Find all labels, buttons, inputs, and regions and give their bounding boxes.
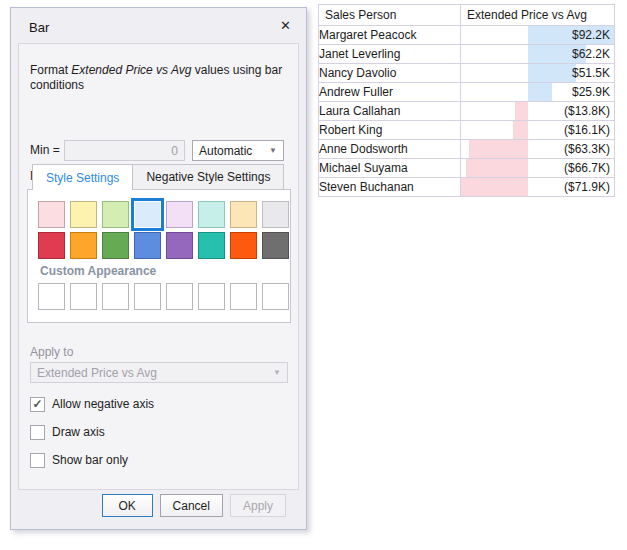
empty-checkbox[interactable] <box>30 425 45 440</box>
tab-style-settings[interactable]: Style Settings <box>32 164 133 190</box>
checkbox-label: Allow negative axis <box>52 397 154 411</box>
close-icon[interactable]: ✕ <box>280 19 291 33</box>
palette-swatch-light-blue[interactable] <box>134 201 161 228</box>
min-label: Min = <box>30 143 60 157</box>
cell-sales-person[interactable]: Steven Buchanan <box>319 178 461 197</box>
cell-sales-person[interactable]: Robert King <box>319 121 461 140</box>
value-label: $25.9K <box>572 85 610 99</box>
palette-swatch-teal[interactable] <box>198 232 225 259</box>
grid-row: Andrew Fuller$25.9K <box>319 83 615 102</box>
cell-extended-price[interactable]: ($63.3K) <box>461 140 615 159</box>
dialog-button-row: OKCancelApply <box>11 494 286 517</box>
cell-extended-price[interactable]: $92.2K <box>461 26 615 45</box>
checkbox-label: Show bar only <box>52 453 128 467</box>
empty-checkbox[interactable] <box>30 453 45 468</box>
custom-swatch-1[interactable] <box>38 283 65 310</box>
cell-sales-person[interactable]: Anne Dodsworth <box>319 140 461 159</box>
cell-sales-person[interactable]: Janet Leverling <box>319 45 461 64</box>
custom-swatch-8[interactable] <box>262 283 289 310</box>
cell-extended-price[interactable]: ($66.7K) <box>461 159 615 178</box>
grid-row: Michael Suyama($66.7K) <box>319 159 615 178</box>
grid-row: Steven Buchanan($71.9K) <box>319 178 615 197</box>
description-field-name: Extended Price vs Avg <box>71 63 191 77</box>
custom-swatch-7[interactable] <box>230 283 257 310</box>
cancel-button[interactable]: Cancel <box>160 494 223 517</box>
value-label: ($66.7K) <box>564 161 610 175</box>
palette-swatch-red[interactable] <box>38 232 65 259</box>
bar-format-dialog: Bar ✕ Format Extended Price vs Avg value… <box>10 7 307 530</box>
palette-swatch-light-orange[interactable] <box>230 201 257 228</box>
custom-swatch-2[interactable] <box>70 283 97 310</box>
palette-swatch-light-purple[interactable] <box>166 201 193 228</box>
palette-swatch-orange-red[interactable] <box>230 232 257 259</box>
value-label: ($63.3K) <box>564 142 610 156</box>
min-mode-value: Automatic <box>199 144 269 158</box>
cell-extended-price[interactable]: $62.2K <box>461 45 615 64</box>
grid-row: Nancy Davolio$51.5K <box>319 64 615 83</box>
palette-swatch-dark-gray[interactable] <box>262 232 289 259</box>
checkbox-label: Draw axis <box>52 425 105 439</box>
min-mode-combo[interactable]: Automatic ▼ <box>192 140 284 161</box>
cell-sales-person[interactable]: Michael Suyama <box>319 159 461 178</box>
palette-swatch-light-cyan[interactable] <box>198 201 225 228</box>
value-label: $51.5K <box>572 66 610 80</box>
cell-sales-person[interactable]: Andrew Fuller <box>319 83 461 102</box>
palette-swatch-purple[interactable] <box>166 232 193 259</box>
chevron-down-icon: ▼ <box>273 368 281 377</box>
palette-swatch-orange[interactable] <box>70 232 97 259</box>
ok-button[interactable]: OK <box>102 494 153 517</box>
grid-row: Robert King($16.1K) <box>319 121 615 140</box>
cell-sales-person[interactable]: Laura Callahan <box>319 102 461 121</box>
apply-to-label: Apply to <box>30 345 73 359</box>
negative-bar <box>515 102 528 120</box>
palette-row-light <box>38 201 289 228</box>
cell-sales-person[interactable]: Nancy Davolio <box>319 64 461 83</box>
negative-bar <box>513 121 528 139</box>
grid-row: Margaret Peacock$92.2K <box>319 26 615 45</box>
custom-swatch-5[interactable] <box>166 283 193 310</box>
negative-bar <box>461 178 528 196</box>
palette-swatch-light-yellow[interactable] <box>70 201 97 228</box>
cell-extended-price[interactable]: ($13.8K) <box>461 102 615 121</box>
palette-swatch-light-gray[interactable] <box>262 201 289 228</box>
sales-grid: Sales Person Extended Price vs Avg Marga… <box>318 4 615 197</box>
custom-appearance-heading: Custom Appearance <box>40 264 156 278</box>
chevron-down-icon: ▼ <box>269 146 277 155</box>
cell-extended-price[interactable]: ($16.1K) <box>461 121 615 140</box>
cell-extended-price[interactable]: ($71.9K) <box>461 178 615 197</box>
negative-bar <box>466 159 528 177</box>
checkbox-show-bar-only[interactable]: Show bar only <box>30 452 154 468</box>
grid-header-row: Sales Person Extended Price vs Avg <box>319 5 615 26</box>
cell-extended-price[interactable]: $25.9K <box>461 83 615 102</box>
checkbox-group: ✓Allow negative axisDraw axisShow bar on… <box>30 396 154 480</box>
custom-swatch-3[interactable] <box>102 283 129 310</box>
checkbox-draw-axis[interactable]: Draw axis <box>30 424 154 440</box>
column-header-extended-price[interactable]: Extended Price vs Avg <box>461 5 615 26</box>
format-description: Format Extended Price vs Avg values usin… <box>30 63 288 93</box>
value-label: $62.2K <box>572 47 610 61</box>
apply-button[interactable]: Apply <box>230 494 286 517</box>
tab-negative-style-settings[interactable]: Negative Style Settings <box>133 164 284 189</box>
palette-swatch-light-green[interactable] <box>102 201 129 228</box>
palette-swatch-blue[interactable] <box>134 232 161 259</box>
grid-row: Janet Leverling$62.2K <box>319 45 615 64</box>
custom-swatch-6[interactable] <box>198 283 225 310</box>
cell-extended-price[interactable]: $51.5K <box>461 64 615 83</box>
grid-row: Laura Callahan($13.8K) <box>319 102 615 121</box>
column-header-sales-person[interactable]: Sales Person <box>319 5 461 26</box>
apply-to-value: Extended Price vs Avg <box>37 366 273 380</box>
negative-bar <box>469 140 528 158</box>
grid-row: Anne Dodsworth($63.3K) <box>319 140 615 159</box>
min-value-input[interactable] <box>64 140 185 161</box>
checkbox-allow-negative-axis[interactable]: ✓Allow negative axis <box>30 396 154 412</box>
positive-bar <box>528 83 552 101</box>
checkmark-icon[interactable]: ✓ <box>30 397 45 412</box>
cell-sales-person[interactable]: Margaret Peacock <box>319 26 461 45</box>
value-label: $92.2K <box>572 28 610 42</box>
value-label: ($13.8K) <box>564 104 610 118</box>
custom-swatch-4[interactable] <box>134 283 161 310</box>
palette-swatch-light-pink[interactable] <box>38 201 65 228</box>
positive-bar <box>528 64 576 82</box>
palette-swatch-green[interactable] <box>102 232 129 259</box>
dialog-body-panel: Format Extended Price vs Avg values usin… <box>18 43 299 490</box>
